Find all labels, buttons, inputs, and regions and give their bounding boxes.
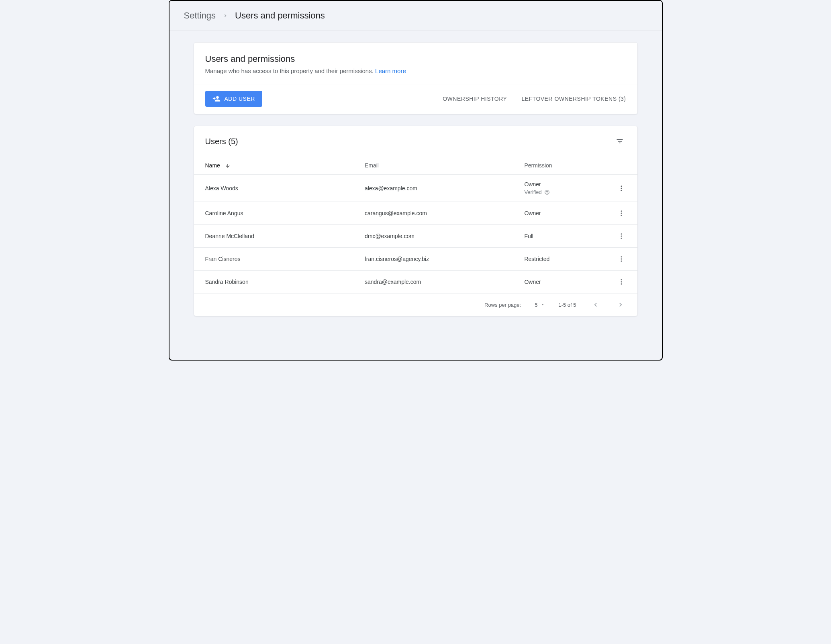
svg-point-11: [621, 257, 622, 258]
cell-name: Deanne McClelland: [194, 225, 353, 248]
header-card: Users and permissions Manage who has acc…: [194, 42, 638, 114]
prev-page-button[interactable]: [590, 299, 601, 310]
subtitle-text: Manage who has access to this property a…: [205, 67, 374, 74]
filter-icon[interactable]: [613, 135, 626, 148]
cell-name: Fran Cisneros: [194, 248, 353, 271]
row-menu-button[interactable]: [617, 208, 626, 218]
table-row: Sandra Robinsonsandra@example.comOwner: [194, 271, 637, 293]
cell-email: dmc@example.com: [353, 225, 513, 248]
cell-email: fran.cisneros@agency.biz: [353, 248, 513, 271]
table-row: Fran Cisnerosfran.cisneros@agency.bizRes…: [194, 248, 637, 271]
breadcrumb-current: Users and permissions: [235, 10, 325, 21]
cell-permission: Owner: [513, 271, 602, 293]
breadcrumb: Settings Users and permissions: [169, 1, 662, 31]
cell-permission: Restricted: [513, 248, 602, 271]
row-menu-button[interactable]: [617, 183, 626, 193]
svg-point-12: [621, 259, 622, 260]
row-menu-button[interactable]: [617, 231, 626, 241]
help-icon[interactable]: [544, 190, 550, 195]
cell-name: Alexa Woods: [194, 175, 353, 202]
learn-more-link[interactable]: Learn more: [375, 67, 406, 74]
cell-permission: OwnerVerified: [513, 175, 602, 202]
cell-email: alexa@example.com: [353, 175, 513, 202]
page-title: Users and permissions: [205, 54, 626, 64]
pagination: Rows per page: 5 1-5 of 5: [194, 293, 637, 316]
users-table: Name Email Permission Alexa Woodsalexa@e…: [194, 153, 637, 293]
col-name-label: Name: [205, 162, 220, 169]
row-menu-button[interactable]: [617, 277, 626, 287]
leftover-tokens-link[interactable]: Leftover ownership tokens (3): [521, 96, 626, 102]
cell-name: Caroline Angus: [194, 202, 353, 225]
rows-per-page-select[interactable]: 5: [535, 302, 545, 308]
svg-point-13: [621, 261, 622, 262]
verified-badge: Verified: [524, 189, 590, 195]
svg-point-6: [621, 213, 622, 214]
arrow-down-icon: [225, 163, 231, 169]
svg-point-5: [621, 211, 622, 212]
svg-point-10: [621, 238, 622, 239]
svg-point-3: [621, 187, 622, 189]
cell-email: carangus@example.com: [353, 202, 513, 225]
svg-point-14: [621, 279, 622, 281]
svg-point-16: [621, 283, 622, 285]
add-user-label: Add user: [225, 96, 255, 102]
svg-point-2: [621, 185, 622, 187]
column-header-name[interactable]: Name: [194, 153, 353, 175]
dropdown-icon: [541, 303, 545, 307]
cell-permission: Owner: [513, 202, 602, 225]
cell-permission: Full: [513, 225, 602, 248]
breadcrumb-root[interactable]: Settings: [184, 10, 216, 21]
svg-point-4: [621, 190, 622, 191]
ownership-history-link[interactable]: Ownership history: [443, 96, 507, 102]
svg-point-7: [621, 215, 622, 216]
svg-point-1: [547, 193, 547, 194]
page-subtitle: Manage who has access to this property a…: [205, 67, 626, 74]
column-header-permission[interactable]: Permission: [513, 153, 602, 175]
table-row: Deanne McClellanddmc@example.comFull: [194, 225, 637, 248]
svg-point-9: [621, 236, 622, 237]
cell-email: sandra@example.com: [353, 271, 513, 293]
rows-per-page-label: Rows per page:: [484, 302, 521, 308]
table-row: Alexa Woodsalexa@example.comOwnerVerifie…: [194, 175, 637, 202]
svg-point-15: [621, 281, 622, 283]
users-card: Users (5) Name Email Perm: [194, 126, 638, 316]
column-header-email[interactable]: Email: [353, 153, 513, 175]
person-add-icon: [212, 95, 221, 103]
add-user-button[interactable]: Add user: [205, 91, 262, 107]
cell-name: Sandra Robinson: [194, 271, 353, 293]
next-page-button[interactable]: [615, 299, 626, 310]
pagination-range: 1-5 of 5: [558, 302, 576, 308]
users-title: Users (5): [205, 137, 238, 146]
rows-per-page-value: 5: [535, 302, 537, 308]
table-row: Caroline Anguscarangus@example.comOwner: [194, 202, 637, 225]
chevron-right-icon: [223, 13, 228, 18]
svg-point-8: [621, 234, 622, 235]
row-menu-button[interactable]: [617, 254, 626, 264]
